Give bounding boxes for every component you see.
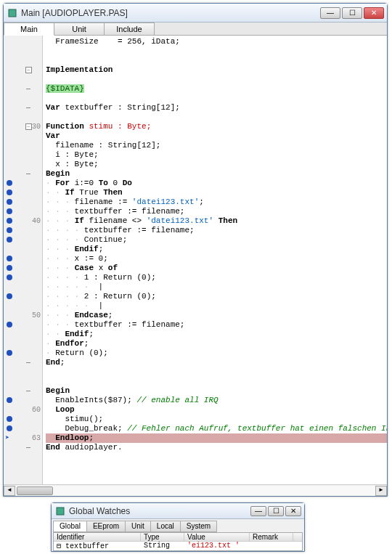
gutter[interactable]: −−30405060➤63 [4, 36, 43, 484]
breakpoint-icon[interactable] [7, 180, 12, 186]
col-remark[interactable]: Remark [250, 533, 293, 541]
code-line[interactable]: · · · If filename <> 'datei123.txt' Then [46, 216, 387, 226]
gutter-row[interactable] [4, 358, 42, 367]
code-line[interactable]: Endloop; [46, 433, 387, 443]
code-line[interactable]: End; [46, 358, 387, 367]
breakpoint-icon[interactable] [7, 322, 12, 327]
breakpoint-icon[interactable] [7, 425, 12, 431]
editor-area[interactable]: −−30405060➤63 FrameSize = 256, iData;Imp… [4, 36, 387, 484]
code-line[interactable]: · · · x := 0; [46, 254, 387, 264]
gutter-row[interactable]: −30 [4, 122, 42, 131]
code-line[interactable]: Var [46, 131, 387, 141]
code-line[interactable] [46, 46, 387, 56]
code-line[interactable]: Loop [46, 405, 387, 415]
gutter-row[interactable] [4, 301, 42, 311]
gutter-row[interactable] [4, 197, 42, 207]
code-line[interactable]: FrameSize = 256, iData; [46, 37, 387, 46]
gutter-row[interactable] [4, 367, 42, 377]
tab-main[interactable]: Main [4, 23, 54, 36]
code-line[interactable] [46, 56, 387, 65]
scroll-track[interactable] [15, 486, 375, 496]
code-line[interactable]: Begin [46, 169, 387, 179]
code-line[interactable]: · Endfor; [46, 339, 387, 349]
gutter-row[interactable] [4, 245, 42, 254]
code-line[interactable] [46, 94, 387, 103]
gutter-row[interactable] [4, 292, 42, 301]
code-line[interactable]: stimu(); [46, 415, 387, 424]
code-line[interactable]: · · · filename := 'datei123.txt'; [46, 197, 387, 207]
gutter-row[interactable]: 50 [4, 311, 42, 320]
scroll-right-button[interactable]: ► [375, 486, 387, 496]
gutter-row[interactable] [4, 377, 42, 386]
code-line[interactable]: Var textbuffer : String[12]; [46, 103, 387, 113]
h-scrollbar[interactable]: ◄ ► [4, 484, 387, 496]
gutter-row[interactable] [4, 339, 42, 349]
gutter-row[interactable] [4, 141, 42, 150]
watches-close-button[interactable]: ✕ [285, 506, 301, 516]
watches-minimize-button[interactable]: — [250, 506, 266, 516]
gutter-row[interactable] [4, 424, 42, 433]
watch-row[interactable]: ⊟ textbuffer String 'ei123.txt ' [54, 542, 302, 551]
breakpoint-icon[interactable] [7, 190, 12, 195]
code-line[interactable]: filename : String[12]; [46, 141, 387, 150]
code-line[interactable]: Debug_break; // Fehler nach Aufruf, text… [46, 424, 387, 433]
breakpoint-icon[interactable] [7, 199, 12, 205]
gutter-row[interactable] [4, 46, 42, 56]
watch-tab-unit[interactable]: Unit [125, 521, 151, 532]
gutter-row[interactable] [4, 84, 42, 94]
code-line[interactable] [46, 113, 387, 122]
code-line[interactable]: · · If True Then [46, 188, 387, 197]
gutter-row[interactable] [4, 94, 42, 103]
code-line[interactable]: · · · · 2 : Return (0); [46, 292, 387, 301]
code-line[interactable]: · · · Endif; [46, 245, 387, 254]
gutter-row[interactable] [4, 235, 42, 245]
code-line[interactable]: · · · · 1 : Return (0); [46, 273, 387, 282]
scroll-left-button[interactable]: ◄ [4, 486, 15, 496]
breakpoint-icon[interactable] [7, 293, 12, 299]
gutter-row[interactable] [4, 443, 42, 452]
code-line[interactable]: x : Byte; [46, 160, 387, 169]
gutter-row[interactable]: 60 [4, 405, 42, 415]
gutter-row[interactable] [4, 207, 42, 216]
gutter-row[interactable] [4, 179, 42, 188]
watches-titlebar[interactable]: Global Watches — ☐ ✕ [52, 503, 304, 519]
watch-tab-global[interactable]: Global [53, 521, 87, 532]
code-line[interactable]: · · · textbuffer := filename; [46, 207, 387, 216]
code-line[interactable]: · · · · · | [46, 301, 387, 311]
breakpoint-icon[interactable] [7, 350, 12, 356]
gutter-row[interactable]: ➤63 [4, 433, 42, 443]
watch-tab-system[interactable]: System [180, 521, 217, 532]
col-type[interactable]: Type [141, 533, 184, 541]
gutter-row[interactable] [4, 320, 42, 330]
breakpoint-icon[interactable] [7, 227, 12, 233]
gutter-row[interactable]: 40 [4, 216, 42, 226]
col-value[interactable]: Value [184, 533, 250, 541]
code-line[interactable]: Implementation [46, 65, 387, 75]
maximize-button[interactable]: ☐ [342, 7, 362, 19]
breakpoint-icon[interactable] [7, 256, 12, 261]
code-line[interactable]: EnableInts($87); // enable all IRQ [46, 396, 387, 405]
code-line[interactable]: · · · · · | [46, 282, 387, 292]
fold-toggle[interactable]: − [25, 123, 32, 130]
gutter-row[interactable] [4, 226, 42, 235]
code-line[interactable]: · For i:=0 To 0 Do [46, 179, 387, 188]
code-line[interactable]: · · · Case x of [46, 264, 387, 273]
gutter-row[interactable] [4, 103, 42, 113]
gutter-row[interactable] [4, 349, 42, 358]
gutter-row[interactable] [4, 188, 42, 197]
gutter-row[interactable] [4, 264, 42, 273]
gutter-row[interactable] [4, 396, 42, 405]
minimize-button[interactable]: — [320, 7, 340, 19]
code-line[interactable] [46, 367, 387, 377]
code-line[interactable] [46, 75, 387, 84]
code-line[interactable] [46, 377, 387, 386]
gutter-row[interactable] [4, 415, 42, 424]
code-line[interactable]: Function stimu : Byte; [46, 122, 387, 131]
gutter-row[interactable] [4, 75, 42, 84]
code-line[interactable]: i : Byte; [46, 150, 387, 160]
gutter-row[interactable] [4, 113, 42, 122]
gutter-row[interactable] [4, 254, 42, 264]
tab-unit[interactable]: Unit [54, 23, 105, 35]
watches-maximize-button[interactable]: ☐ [268, 506, 284, 516]
fold-toggle[interactable]: − [25, 67, 32, 73]
